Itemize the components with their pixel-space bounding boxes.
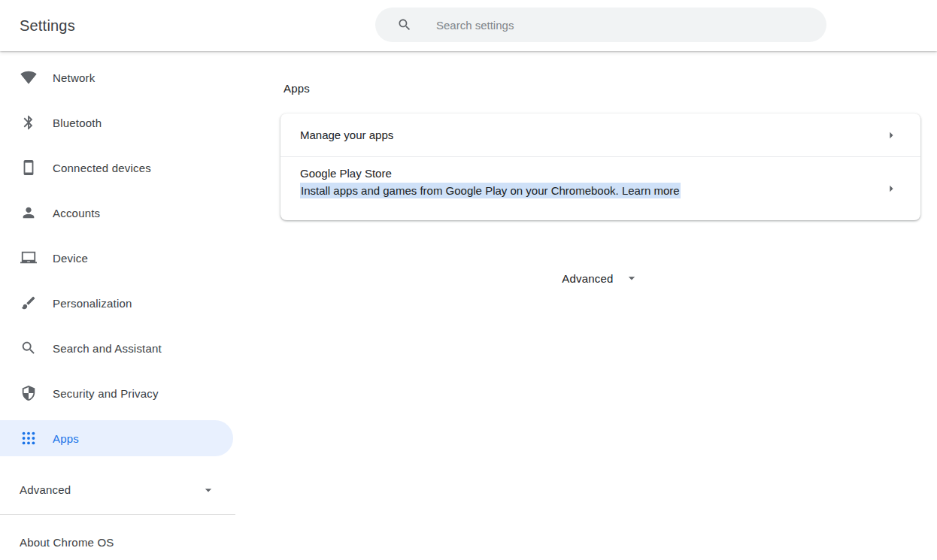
apps-settings-card: Manage your apps Google Play Store Insta… [280, 114, 920, 220]
sidebar-item-search-assistant[interactable]: Search and Assistant [0, 330, 233, 366]
sidebar-item-label: Accounts [53, 207, 100, 219]
google-play-store-label: Google Play Store [300, 167, 875, 180]
smartphone-icon [20, 159, 37, 176]
apps-grid-icon [20, 430, 37, 446]
page-title: Settings [20, 0, 75, 51]
chevron-down-icon [624, 271, 639, 286]
sidebar-item-label: Security and Privacy [53, 387, 159, 400]
section-title-apps: Apps [284, 81, 920, 96]
magnifier-icon [20, 340, 37, 356]
search-bar[interactable] [375, 8, 826, 42]
sidebar-item-personalization[interactable]: Personalization [0, 285, 233, 321]
sidebar-item-security-privacy[interactable]: Security and Privacy [0, 375, 233, 411]
sidebar-advanced-toggle[interactable]: Advanced [0, 465, 235, 514]
search-input[interactable] [435, 18, 803, 32]
wifi-icon [20, 69, 37, 86]
main-advanced-toggle[interactable]: Advanced [562, 266, 638, 290]
person-icon [20, 204, 37, 221]
sidebar-item-accounts[interactable]: Accounts [0, 195, 233, 231]
sidebar-item-label: Personalization [53, 297, 132, 310]
brush-icon [20, 295, 37, 311]
sidebar-advanced-label: Advanced [20, 483, 71, 496]
chevron-right-icon [884, 181, 899, 196]
manage-your-apps-row[interactable]: Manage your apps [280, 114, 920, 156]
main-content: Apps Manage your apps Google Play Store … [280, 51, 920, 290]
shield-icon [20, 385, 37, 401]
bluetooth-icon [20, 114, 37, 131]
laptop-icon [20, 250, 37, 266]
sidebar-item-label: Apps [53, 432, 79, 445]
sidebar-item-label: Bluetooth [53, 117, 102, 129]
manage-your-apps-label: Manage your apps [300, 129, 393, 141]
google-play-store-row[interactable]: Google Play Store Install apps and games… [280, 157, 920, 220]
sidebar-item-label: Search and Assistant [53, 342, 162, 355]
chevron-right-icon [884, 128, 899, 143]
header-bar: Settings [0, 0, 937, 51]
google-play-store-subtitle: Install apps and games from Google Play … [300, 183, 681, 198]
sidebar-item-bluetooth[interactable]: Bluetooth [0, 104, 233, 141]
sidebar-item-network[interactable]: Network [0, 59, 233, 95]
sidebar-item-label: Network [53, 71, 95, 84]
sidebar-item-about-chrome-os[interactable]: About Chrome OS [0, 515, 235, 560]
sidebar-item-apps[interactable]: Apps [0, 420, 233, 456]
sidebar-item-label: Device [53, 252, 88, 265]
sidebar: Network Bluetooth Connected devices Acco… [0, 51, 235, 560]
main-advanced-label: Advanced [562, 272, 613, 285]
about-chrome-os-label: About Chrome OS [20, 536, 114, 549]
chevron-down-icon [201, 483, 216, 498]
search-icon [397, 17, 412, 32]
sidebar-nav: Network Bluetooth Connected devices Acco… [0, 51, 235, 456]
sidebar-item-device[interactable]: Device [0, 240, 233, 276]
sidebar-item-connected-devices[interactable]: Connected devices [0, 150, 233, 186]
sidebar-item-label: Connected devices [53, 162, 151, 174]
